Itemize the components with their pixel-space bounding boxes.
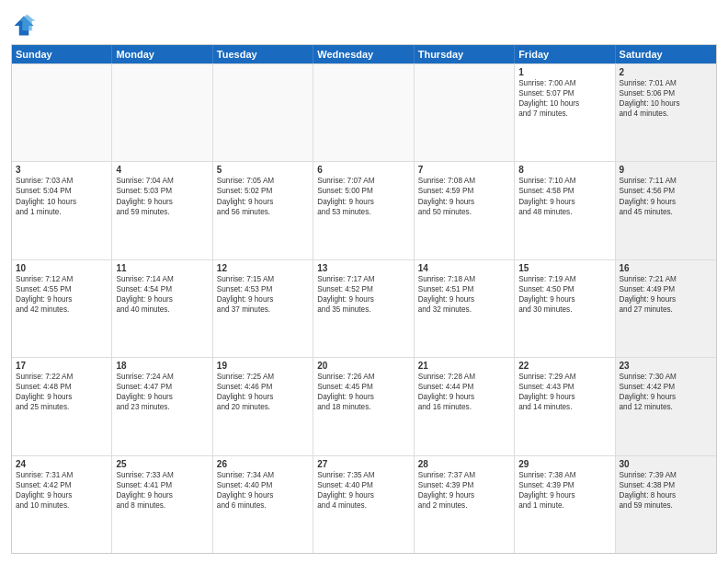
cell-info-line: Daylight: 9 hours xyxy=(620,294,712,304)
day-number: 6 xyxy=(317,165,409,175)
day-cell-2: 2Sunrise: 7:01 AMSunset: 5:06 PMDaylight… xyxy=(616,64,716,161)
cell-info-line: and 32 minutes. xyxy=(418,304,510,315)
cell-info-line: Daylight: 9 hours xyxy=(518,197,610,207)
cell-info-line: Daylight: 9 hours xyxy=(217,490,309,500)
day-number: 7 xyxy=(418,165,510,175)
cell-info-line: Sunset: 4:42 PM xyxy=(16,480,108,490)
cell-info-line: and 4 minutes. xyxy=(317,500,409,511)
day-cell-12: 12Sunrise: 7:15 AMSunset: 4:53 PMDayligh… xyxy=(213,260,313,357)
cell-info-line: Daylight: 9 hours xyxy=(16,294,108,304)
cell-info-line: Daylight: 9 hours xyxy=(317,294,409,304)
day-cell-11: 11Sunrise: 7:14 AMSunset: 4:54 PMDayligh… xyxy=(112,260,212,357)
day-cell-27: 27Sunrise: 7:35 AMSunset: 4:40 PMDayligh… xyxy=(313,456,414,553)
empty-cell xyxy=(213,64,313,161)
page: SundayMondayTuesdayWednesdayThursdayFrid… xyxy=(0,0,728,563)
cell-info-line: and 10 minutes. xyxy=(16,500,108,511)
day-number: 22 xyxy=(518,361,610,371)
day-number: 18 xyxy=(116,361,208,371)
cell-info-line: Daylight: 10 hours xyxy=(620,98,712,109)
cell-info-line: Sunset: 5:07 PM xyxy=(518,88,610,98)
cell-info-line: Daylight: 9 hours xyxy=(418,490,510,500)
calendar-row-2: 10Sunrise: 7:12 AMSunset: 4:55 PMDayligh… xyxy=(12,259,716,357)
cell-info-line: and 59 minutes. xyxy=(116,207,208,217)
day-number: 12 xyxy=(217,263,309,273)
cell-info-line: Daylight: 9 hours xyxy=(518,392,610,402)
cell-info-line: Daylight: 8 hours xyxy=(620,490,712,500)
day-number: 27 xyxy=(317,459,409,469)
cell-info-line: Sunset: 4:56 PM xyxy=(620,186,712,196)
day-number: 26 xyxy=(217,459,309,469)
cell-info-line: Sunset: 4:38 PM xyxy=(620,480,712,490)
cell-info-line: Daylight: 9 hours xyxy=(116,197,208,207)
cell-info-line: Sunset: 5:02 PM xyxy=(217,186,309,196)
logo-icon xyxy=(11,13,37,39)
cell-info-line: Sunrise: 7:34 AM xyxy=(217,470,309,480)
cell-info-line: Sunset: 4:58 PM xyxy=(518,186,610,196)
cell-info-line: Sunset: 4:44 PM xyxy=(418,382,510,392)
day-number: 5 xyxy=(217,165,309,175)
day-cell-21: 21Sunrise: 7:28 AMSunset: 4:44 PMDayligh… xyxy=(415,358,515,454)
cell-info-line: Daylight: 9 hours xyxy=(418,294,510,304)
cell-info-line: Sunset: 4:53 PM xyxy=(217,284,309,294)
day-number: 13 xyxy=(317,263,409,273)
cell-info-line: Daylight: 9 hours xyxy=(620,197,712,207)
day-cell-9: 9Sunrise: 7:11 AMSunset: 4:56 PMDaylight… xyxy=(616,162,716,259)
day-cell-18: 18Sunrise: 7:24 AMSunset: 4:47 PMDayligh… xyxy=(112,358,212,454)
day-number: 15 xyxy=(518,263,610,273)
day-cell-19: 19Sunrise: 7:25 AMSunset: 4:46 PMDayligh… xyxy=(213,358,313,454)
cell-info-line: Sunset: 4:55 PM xyxy=(16,284,108,294)
day-cell-16: 16Sunrise: 7:21 AMSunset: 4:49 PMDayligh… xyxy=(616,260,716,357)
cell-info-line: Sunset: 4:42 PM xyxy=(620,382,712,392)
cell-info-line: and 25 minutes. xyxy=(16,402,108,412)
cell-info-line: Sunrise: 7:03 AM xyxy=(16,176,108,186)
cell-info-line: Sunrise: 7:35 AM xyxy=(317,470,409,480)
empty-cell xyxy=(112,64,212,161)
cell-info-line: and 27 minutes. xyxy=(620,304,712,315)
cell-info-line: Sunrise: 7:08 AM xyxy=(418,176,510,186)
day-cell-29: 29Sunrise: 7:38 AMSunset: 4:39 PMDayligh… xyxy=(515,456,615,553)
cell-info-line: and 1 minute. xyxy=(16,207,108,217)
cell-info-line: Daylight: 9 hours xyxy=(317,490,409,500)
cell-info-line: Daylight: 9 hours xyxy=(418,197,510,207)
cell-info-line: and 42 minutes. xyxy=(16,304,108,315)
cell-info-line: Daylight: 9 hours xyxy=(518,294,610,304)
day-number: 30 xyxy=(620,459,712,469)
day-number: 20 xyxy=(317,361,409,371)
day-cell-8: 8Sunrise: 7:10 AMSunset: 4:58 PMDaylight… xyxy=(515,162,615,259)
cell-info-line: Sunrise: 7:07 AM xyxy=(317,176,409,186)
cell-info-line: Daylight: 9 hours xyxy=(16,490,108,500)
header-day-sunday: Sunday xyxy=(12,45,112,63)
cell-info-line: and 35 minutes. xyxy=(317,304,409,315)
day-cell-26: 26Sunrise: 7:34 AMSunset: 4:40 PMDayligh… xyxy=(213,456,313,553)
cell-info-line: Sunrise: 7:12 AM xyxy=(16,274,108,284)
header-day-monday: Monday xyxy=(112,45,212,63)
header-day-tuesday: Tuesday xyxy=(213,45,313,63)
header xyxy=(11,9,717,39)
day-cell-6: 6Sunrise: 7:07 AMSunset: 5:00 PMDaylight… xyxy=(313,162,414,259)
day-number: 8 xyxy=(518,165,610,175)
cell-info-line: Sunrise: 7:37 AM xyxy=(418,470,510,480)
cell-info-line: Sunrise: 7:19 AM xyxy=(518,274,610,284)
cell-info-line: and 45 minutes. xyxy=(620,207,712,217)
cell-info-line: and 8 minutes. xyxy=(116,500,208,511)
cell-info-line: and 20 minutes. xyxy=(217,402,309,412)
calendar-row-1: 3Sunrise: 7:03 AMSunset: 5:04 PMDaylight… xyxy=(12,161,716,259)
cell-info-line: Sunrise: 7:00 AM xyxy=(518,78,610,88)
cell-info-line: Sunset: 4:39 PM xyxy=(518,480,610,490)
day-cell-25: 25Sunrise: 7:33 AMSunset: 4:41 PMDayligh… xyxy=(112,456,212,553)
cell-info-line: and 6 minutes. xyxy=(217,500,309,511)
cell-info-line: and 7 minutes. xyxy=(518,109,610,119)
cell-info-line: and 40 minutes. xyxy=(116,304,208,315)
cell-info-line: Sunset: 4:59 PM xyxy=(418,186,510,196)
cell-info-line: Sunset: 4:49 PM xyxy=(620,284,712,294)
cell-info-line: Sunrise: 7:17 AM xyxy=(317,274,409,284)
cell-info-line: Sunrise: 7:05 AM xyxy=(217,176,309,186)
calendar-body: 1Sunrise: 7:00 AMSunset: 5:07 PMDaylight… xyxy=(12,63,716,553)
cell-info-line: Daylight: 9 hours xyxy=(620,392,712,402)
day-cell-22: 22Sunrise: 7:29 AMSunset: 4:43 PMDayligh… xyxy=(515,358,615,454)
cell-info-line: Sunrise: 7:26 AM xyxy=(317,372,409,382)
day-number: 2 xyxy=(620,67,712,77)
cell-info-line: Sunset: 4:50 PM xyxy=(518,284,610,294)
cell-info-line: and 14 minutes. xyxy=(518,402,610,412)
cell-info-line: Sunrise: 7:29 AM xyxy=(518,372,610,382)
